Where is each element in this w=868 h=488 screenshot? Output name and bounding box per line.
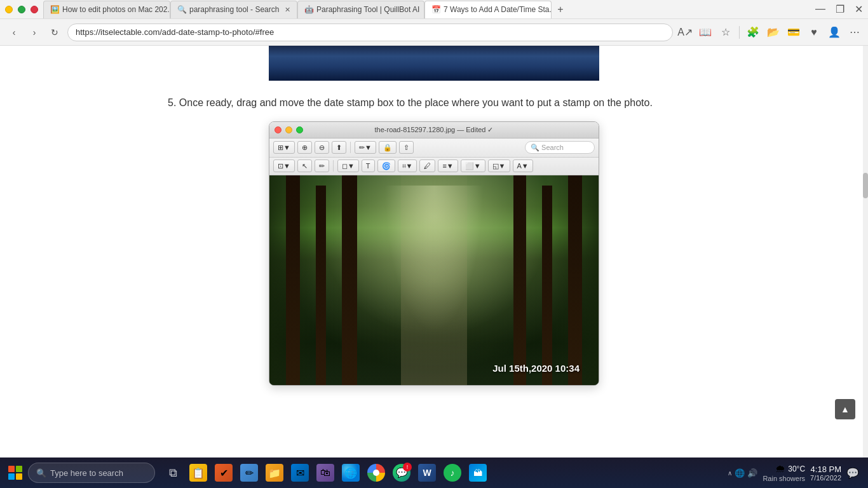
mac-window: the-road-815297.1280.jpg — Edited ✓ ⊞▼ ⊕… <box>269 121 599 386</box>
minimize-button[interactable] <box>5 6 13 13</box>
store-app[interactable]: 🛍 <box>314 461 337 484</box>
mac-minimize-dot[interactable] <box>285 126 292 133</box>
mac-text-btn[interactable]: T <box>362 159 375 172</box>
mac-toolbar2: ⊡▼ ↖ ✏ ◻▼ T 🌀 ⌗▼ 🖊 ≡▼ ⬜▼ ◱▼ A▼ <box>269 158 599 175</box>
word-app-icon: W <box>418 464 436 482</box>
tree-trunk-2 <box>316 186 326 385</box>
address-input[interactable] <box>67 24 673 41</box>
mac-draw-btn[interactable]: ✏ <box>315 159 329 172</box>
mac-lock-btn[interactable]: 🔒 <box>379 141 397 154</box>
toolbar-separator <box>739 26 740 39</box>
task-app-icon: ✔ <box>215 464 233 482</box>
mac-lines-btn[interactable]: ≡▼ <box>438 159 458 172</box>
tab2-close[interactable]: ✕ <box>285 6 290 14</box>
read-aloud-icon[interactable]: A↗ <box>678 25 692 39</box>
taskbar-app-red[interactable]: ✔ <box>212 461 235 484</box>
extensions-icon[interactable]: 🧩 <box>746 25 760 39</box>
win-logo-q1 <box>8 466 15 472</box>
minimize-window-icon[interactable]: — <box>815 3 825 15</box>
forest-road <box>401 175 467 385</box>
maximize-button[interactable] <box>18 6 25 13</box>
tab4-title: 7 Ways to Add A Date/Time Sta... <box>444 5 552 14</box>
task-view-button[interactable]: ⧉ <box>161 461 184 484</box>
spotify-icon: ♪ <box>444 464 461 482</box>
pen-app[interactable]: ✏ <box>238 461 261 484</box>
tree-trunk-6 <box>513 175 526 385</box>
weather-icon: 🌧 <box>775 463 785 475</box>
clock-widget[interactable]: 4:18 PM 7/16/2022 <box>810 464 841 482</box>
edge-app[interactable]: 🌐 <box>339 461 362 484</box>
mac-font-btn[interactable]: A▼ <box>513 159 533 172</box>
window-controls <box>5 6 38 13</box>
mac-zoom-out-btn[interactable]: ⊖ <box>315 141 329 154</box>
mac-handwrite-btn[interactable]: 🖊 <box>419 159 435 172</box>
close-window-icon[interactable]: ✕ <box>855 3 863 15</box>
browser-toolbar: A↗ 📖 ☆ 🧩 📂 💳 ♥ 👤 ⋯ <box>678 25 862 39</box>
forest-image: Jul 15th,2020 10:34 <box>269 175 599 385</box>
favorites-icon[interactable]: ☆ <box>719 25 733 39</box>
tab-4-active[interactable]: 📅 7 Ways to Add A Date/Time Sta... ✕ <box>424 1 552 18</box>
mac-3d-btn[interactable]: 🌀 <box>377 159 395 172</box>
tray-chevron[interactable]: ∧ <box>728 470 732 477</box>
mac-close-dot[interactable] <box>275 126 281 133</box>
tree-trunk-1 <box>286 175 300 385</box>
taskbar-search[interactable]: 🔍 Type here to search <box>28 463 155 483</box>
address-bar: ‹ › ↻ A↗ 📖 ☆ 🧩 📂 💳 ♥ 👤 ⋯ <box>0 19 868 46</box>
back-button[interactable]: ‹ <box>6 25 22 40</box>
file-explorer-app[interactable]: 📁 <box>263 461 286 484</box>
mac-select-btn[interactable]: ⊡▼ <box>273 159 295 172</box>
spotify-app[interactable]: ♪ <box>441 461 464 484</box>
scrollbar-vertical[interactable] <box>863 46 868 458</box>
mac-crop-btn[interactable]: ⌗▼ <box>398 159 417 172</box>
chrome-app[interactable] <box>365 461 388 484</box>
tab3-favicon: 🤖 <box>304 5 313 14</box>
mac-zoom-in-btn[interactable]: ⊕ <box>297 141 312 154</box>
tab-3[interactable]: 🤖 Paraphrasing Tool | QuillBot AI ✕ <box>297 1 424 18</box>
clock-time: 4:18 PM <box>811 464 841 474</box>
collections-icon[interactable]: 📂 <box>766 25 780 39</box>
tab1-title: How to edit photos on Mac 202... <box>62 5 170 14</box>
win-logo-q2 <box>16 466 22 472</box>
mac-shapes-btn[interactable]: ◻▼ <box>337 159 359 172</box>
weather-widget[interactable]: 🌧 30°C Rain showers <box>763 463 805 482</box>
taskbar-apps: ⧉ 📋 ✔ ✏ 📁 ✉ 🛍 🌐 <box>161 461 489 484</box>
scrollbar-thumb[interactable] <box>863 173 868 198</box>
mac-share-btn[interactable]: ⬆ <box>332 141 346 154</box>
mail-app[interactable]: ✉ <box>288 461 311 484</box>
mac-pencil-btn[interactable]: ✏▼ <box>355 141 376 154</box>
weather-description: Rain showers <box>763 475 805 482</box>
mac-overlay-btn[interactable]: ◱▼ <box>488 159 510 172</box>
notification-icon[interactable]: 💬 <box>846 467 859 479</box>
word-app[interactable]: W <box>416 461 438 484</box>
immersive-reader-icon[interactable]: 📖 <box>698 25 712 39</box>
tab-1[interactable]: 🖼️ How to edit photos on Mac 202... ✕ <box>43 1 170 18</box>
step-description: 5. Once ready, drag and move the date st… <box>168 95 715 111</box>
mac-arrow-btn[interactable]: ↖ <box>297 159 312 172</box>
wallet-icon[interactable]: 💳 <box>787 25 801 39</box>
close-button[interactable] <box>31 6 38 13</box>
mac-view-btn[interactable]: ⊞▼ <box>273 141 295 154</box>
start-button[interactable] <box>4 461 27 484</box>
restore-window-icon[interactable]: ❐ <box>836 3 844 15</box>
tab2-title: paraphrasing tool - Search <box>189 5 279 14</box>
sticky-notes-app[interactable]: 📋 <box>187 461 210 484</box>
photos-app[interactable]: 🏔 <box>466 461 489 484</box>
whatsapp-app[interactable]: 💬 ! <box>390 461 413 484</box>
mac-toolbar-sep1 <box>350 142 351 153</box>
refresh-button[interactable]: ↻ <box>47 25 62 40</box>
mac-fullscreen-dot[interactable] <box>296 126 303 133</box>
heart-icon[interactable]: ♥ <box>807 25 821 39</box>
new-tab-button[interactable]: + <box>552 1 569 18</box>
tab-2[interactable]: 🔍 paraphrasing tool - Search ✕ <box>170 1 297 18</box>
forward-button[interactable]: › <box>27 25 42 40</box>
step-body: Once ready, drag and move the date stamp… <box>179 97 653 108</box>
win-logo-q4 <box>16 473 22 480</box>
more-menu-icon[interactable]: ⋯ <box>848 25 862 39</box>
mac-search-field[interactable]: 🔍 Search <box>525 141 595 154</box>
mac-adjust-btn[interactable]: ⬜▼ <box>461 159 485 172</box>
profile-icon[interactable]: 👤 <box>827 25 841 39</box>
mac-share2-btn[interactable]: ⇧ <box>399 141 414 154</box>
edge-app-icon: 🌐 <box>342 464 360 482</box>
hero-image-top <box>269 46 599 81</box>
scroll-up-button[interactable]: ▲ <box>835 399 855 419</box>
